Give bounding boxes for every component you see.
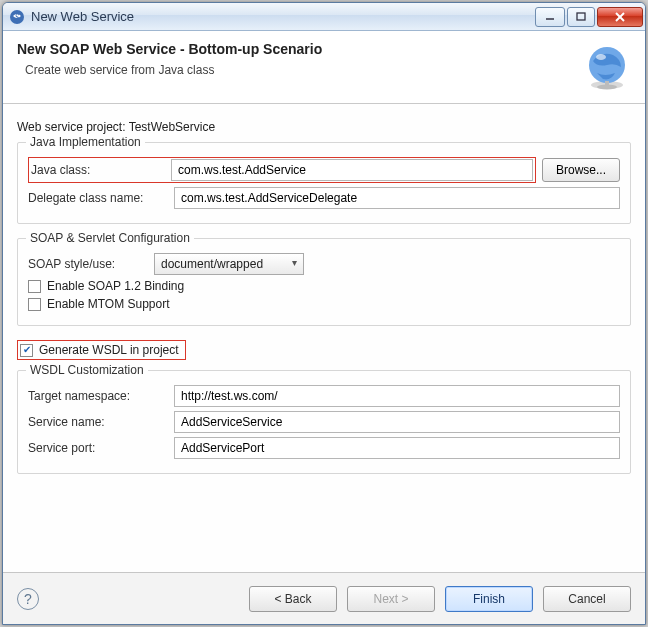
dialog-window: S New Web Service New SOAP Web Service -… — [2, 2, 646, 625]
wsdl-group: WSDL Customization Target namespace: Ser… — [17, 370, 631, 474]
soap12-label: Enable SOAP 1.2 Binding — [47, 279, 184, 293]
delegate-input[interactable] — [174, 187, 620, 209]
service-port-row: Service port: — [28, 437, 620, 459]
minimize-button[interactable] — [535, 7, 565, 27]
wizard-header: New SOAP Web Service - Bottom-up Scenari… — [3, 31, 645, 104]
soap-group: SOAP & Servlet Configuration SOAP style/… — [17, 238, 631, 326]
wsdl-group-title: WSDL Customization — [26, 363, 148, 377]
help-icon[interactable]: ? — [17, 588, 39, 610]
delegate-label: Delegate class name: — [28, 191, 168, 205]
soap-group-title: SOAP & Servlet Configuration — [26, 231, 194, 245]
back-button[interactable]: < Back — [249, 586, 337, 612]
next-button[interactable]: Next > — [347, 586, 435, 612]
app-icon: S — [9, 9, 25, 25]
service-port-input[interactable] — [174, 437, 620, 459]
titlebar[interactable]: S New Web Service — [3, 3, 645, 31]
java-impl-title: Java Implementation — [26, 135, 145, 149]
button-bar: ? < Back Next > Finish Cancel — [3, 572, 645, 624]
svg-rect-9 — [605, 81, 609, 85]
mtom-checkbox[interactable] — [28, 298, 41, 311]
target-ns-row: Target namespace: — [28, 385, 620, 407]
service-name-row: Service name: — [28, 411, 620, 433]
browse-button[interactable]: Browse... — [542, 158, 620, 182]
close-button[interactable] — [597, 7, 643, 27]
generate-wsdl-row: Generate WSDL in project — [17, 340, 186, 360]
generate-wsdl-label: Generate WSDL in project — [39, 343, 179, 357]
java-impl-group: Java Implementation Java class: Browse..… — [17, 142, 631, 224]
svg-point-8 — [596, 54, 606, 60]
service-name-label: Service name: — [28, 415, 168, 429]
globe-icon — [583, 43, 631, 91]
page-subtitle: Create web service from Java class — [25, 63, 571, 77]
target-ns-input[interactable] — [174, 385, 620, 407]
soap12-row: Enable SOAP 1.2 Binding — [28, 279, 620, 293]
java-class-label: Java class: — [31, 163, 165, 177]
wizard-content: Web service project: TestWebService Java… — [3, 104, 645, 572]
java-class-highlight: Java class: — [28, 157, 536, 183]
svg-rect-3 — [577, 13, 585, 20]
soap12-checkbox[interactable] — [28, 280, 41, 293]
target-ns-label: Target namespace: — [28, 389, 168, 403]
project-line: Web service project: TestWebService — [17, 120, 631, 134]
soap-style-label: SOAP style/use: — [28, 257, 148, 271]
cancel-button[interactable]: Cancel — [543, 586, 631, 612]
svg-point-10 — [597, 85, 617, 90]
mtom-label: Enable MTOM Support — [47, 297, 170, 311]
project-value: TestWebService — [129, 120, 215, 134]
generate-wsdl-checkbox[interactable] — [20, 344, 33, 357]
soap-style-value: document/wrapped — [161, 257, 263, 271]
svg-text:S: S — [15, 12, 20, 22]
mtom-row: Enable MTOM Support — [28, 297, 620, 311]
soap-style-row: SOAP style/use: document/wrapped — [28, 253, 620, 275]
window-controls — [535, 7, 643, 27]
page-title: New SOAP Web Service - Bottom-up Scenari… — [17, 41, 571, 57]
delegate-row: Delegate class name: — [28, 187, 620, 209]
java-class-row: Java class: Browse... — [28, 157, 620, 183]
service-name-input[interactable] — [174, 411, 620, 433]
soap-style-select[interactable]: document/wrapped — [154, 253, 304, 275]
finish-button[interactable]: Finish — [445, 586, 533, 612]
window-title: New Web Service — [31, 9, 535, 24]
project-label: Web service project: — [17, 120, 126, 134]
java-class-input[interactable] — [171, 159, 533, 181]
service-port-label: Service port: — [28, 441, 168, 455]
maximize-button[interactable] — [567, 7, 595, 27]
